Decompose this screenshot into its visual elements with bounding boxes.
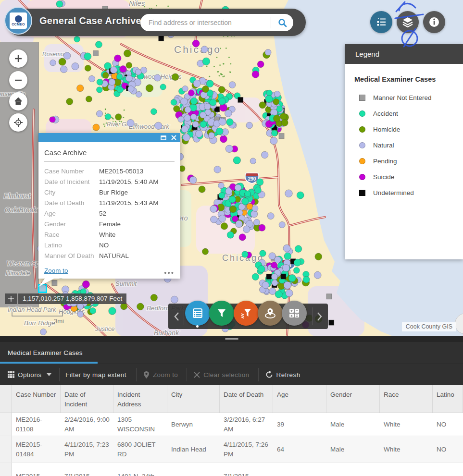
case-dot[interactable] (181, 126, 188, 133)
case-dot[interactable] (86, 96, 92, 102)
case-dot[interactable] (66, 98, 73, 105)
case-dot[interactable] (155, 122, 162, 129)
case-dot[interactable] (200, 121, 206, 127)
panel-drag-handle[interactable] (225, 338, 238, 340)
case-dot[interactable] (202, 58, 210, 65)
case-dot[interactable] (202, 86, 209, 93)
case-dot[interactable] (245, 191, 250, 196)
layer-filter-widget-button[interactable] (234, 301, 259, 326)
case-dot[interactable] (204, 103, 211, 110)
case-dot[interactable] (160, 84, 166, 90)
case-dot[interactable] (252, 71, 259, 78)
column-header[interactable]: Gender (326, 385, 380, 413)
search-input[interactable] (140, 19, 271, 26)
case-dot[interactable] (50, 117, 55, 122)
row-selector[interactable] (0, 413, 12, 436)
near-me-widget-button[interactable] (258, 301, 283, 326)
case-dot[interactable] (273, 98, 279, 105)
home-button[interactable] (9, 92, 27, 110)
case-dot[interactable] (193, 80, 200, 87)
case-dot[interactable] (229, 196, 236, 203)
case-dot[interactable] (326, 294, 332, 299)
case-dot[interactable] (286, 290, 293, 297)
case-dot[interactable] (171, 99, 177, 106)
case-dot[interactable] (120, 66, 126, 73)
column-header[interactable]: Case Number (12, 385, 61, 413)
case-dot[interactable] (225, 110, 232, 117)
case-dot[interactable] (192, 40, 200, 47)
case-dot[interactable] (102, 72, 109, 78)
calculator-widget-button[interactable] (282, 301, 307, 326)
case-dot[interactable] (257, 61, 264, 68)
case-dot[interactable] (303, 276, 310, 283)
case-dot[interactable] (219, 215, 226, 222)
case-dot[interactable] (205, 109, 211, 115)
info-button[interactable] (423, 11, 445, 33)
case-dot[interactable] (261, 151, 268, 158)
case-dot[interactable] (262, 281, 269, 289)
case-dot[interactable] (238, 97, 243, 102)
case-dot[interactable] (210, 99, 216, 106)
case-dot[interactable] (315, 253, 322, 260)
case-dot[interactable] (258, 266, 265, 273)
case-dot[interactable] (110, 67, 117, 73)
case-dot[interactable] (274, 91, 280, 97)
case-dot[interactable] (208, 132, 214, 138)
zoom-to-button[interactable]: Zoom to (143, 371, 178, 379)
case-dot[interactable] (63, 52, 71, 60)
case-dot[interactable] (183, 134, 190, 141)
filter-by-map-extent-button[interactable]: Filter by map extent (65, 371, 126, 378)
case-dot[interactable] (74, 36, 80, 42)
case-dot[interactable] (85, 65, 91, 71)
case-dot[interactable] (246, 122, 253, 129)
case-dot[interactable] (188, 90, 194, 96)
case-dot[interactable] (285, 190, 293, 197)
case-dot[interactable] (109, 307, 116, 315)
case-dot[interactable] (190, 114, 197, 120)
case-dot[interactable] (218, 86, 225, 93)
case-dot[interactable] (128, 86, 134, 92)
case-dot[interactable] (259, 224, 265, 231)
case-dot[interactable] (126, 62, 132, 69)
case-dot[interactable] (199, 186, 205, 193)
column-header[interactable]: Latino (433, 385, 463, 413)
case-dot[interactable] (178, 116, 184, 122)
table-row[interactable]: ME2016-011082/24/2016, 9:00 AM1305 WISCO… (0, 413, 463, 436)
case-dot[interactable] (288, 274, 296, 281)
case-dot[interactable] (260, 250, 266, 256)
column-header[interactable]: Incident Address (113, 385, 167, 413)
case-dot[interactable] (196, 130, 203, 137)
case-dot[interactable] (181, 98, 188, 105)
case-dot[interactable] (192, 121, 199, 127)
column-header[interactable]: Age (273, 385, 326, 413)
case-dot[interactable] (221, 223, 228, 230)
case-dot[interactable] (150, 109, 157, 115)
case-dot[interactable] (127, 119, 134, 126)
case-dot[interactable] (265, 49, 271, 55)
case-dot[interactable] (97, 87, 103, 93)
case-dot[interactable] (229, 82, 236, 88)
case-dot[interactable] (294, 259, 301, 266)
case-dot[interactable] (253, 219, 260, 225)
table-gutter[interactable] (0, 385, 12, 413)
case-dot[interactable] (233, 157, 240, 164)
case-dot[interactable] (93, 124, 100, 131)
case-dot[interactable] (117, 86, 123, 93)
case-dot[interactable] (225, 145, 233, 152)
column-header[interactable]: Date of Incident (61, 385, 113, 413)
case-dot[interactable] (90, 307, 96, 314)
case-dot[interactable] (105, 114, 111, 120)
case-dot[interactable] (201, 46, 208, 53)
case-dot[interactable] (265, 95, 273, 102)
case-dot[interactable] (281, 274, 286, 279)
case-dot[interactable] (284, 253, 291, 260)
case-dot[interactable] (40, 329, 47, 335)
case-dot[interactable] (255, 187, 262, 194)
case-dot[interactable] (235, 184, 241, 191)
case-dot[interactable] (97, 79, 103, 85)
toolbar-next-button[interactable] (314, 310, 325, 323)
case-dot[interactable] (109, 79, 115, 85)
case-dot[interactable] (250, 158, 256, 164)
attribute-table-widget-button[interactable] (185, 301, 210, 326)
case-dot[interactable] (60, 66, 67, 73)
